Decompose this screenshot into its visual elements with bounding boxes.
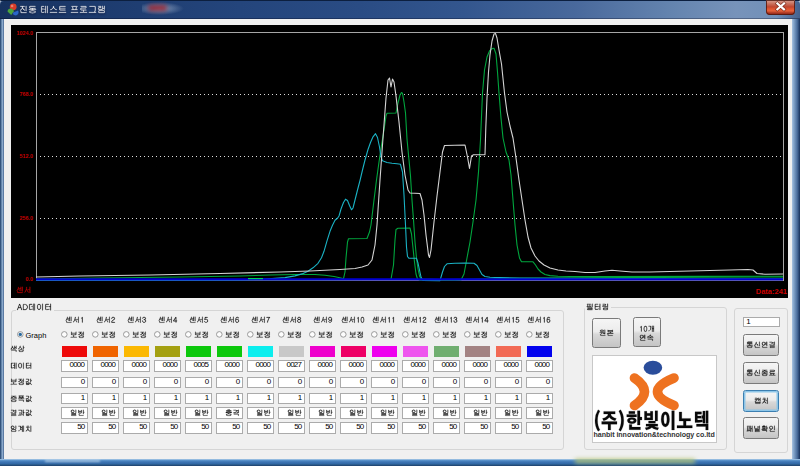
svg-text:1024.0: 1024.0 — [17, 30, 34, 36]
svg-text:Data:241: Data:241 — [756, 287, 787, 296]
svg-text:512.0: 512.0 — [20, 153, 34, 159]
svg-text:256.0: 256.0 — [20, 215, 34, 221]
svg-text:768.0: 768.0 — [20, 91, 34, 97]
svg-text:0.0: 0.0 — [26, 276, 34, 282]
